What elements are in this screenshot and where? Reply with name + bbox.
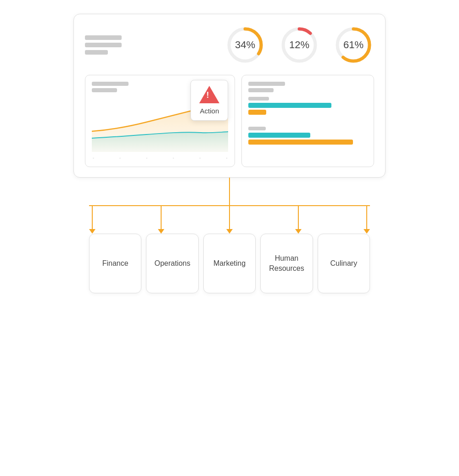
panel-title-line-2 [92, 88, 117, 92]
x-label-6: - [226, 156, 227, 160]
dept-box-operations[interactable]: Operations [146, 234, 198, 293]
gauge-2: 12% [279, 24, 320, 66]
drop-operations [158, 206, 164, 234]
bar-teal-1 [248, 103, 331, 108]
panel-right [241, 75, 374, 167]
drop-human-resources [295, 206, 302, 234]
dept-boxes-row: Finance Operations Marketing HumanResour… [89, 234, 370, 293]
drop-line-human-resources [298, 206, 299, 229]
menu-line-1 [85, 35, 122, 40]
bar-group-1 [248, 97, 367, 115]
warning-icon [199, 86, 219, 103]
drop-line-marketing [229, 206, 230, 229]
x-label-1: - [93, 156, 94, 160]
svg-text:34%: 34% [235, 39, 255, 50]
drop-line-culinary [366, 206, 367, 229]
panel-right-title-line-1 [248, 82, 285, 86]
dept-box-human-resources[interactable]: HumanResources [260, 234, 313, 293]
panel-left: Action [85, 75, 235, 167]
panel-title-line-1 [92, 82, 129, 86]
action-label: Action [200, 107, 219, 115]
drop-arrow-human-resources [295, 229, 302, 234]
svg-text:61%: 61% [343, 39, 364, 50]
dept-label-human-resources: HumanResources [265, 250, 308, 278]
menu-line-3 [85, 50, 108, 55]
bar-row-2-1 [248, 133, 367, 138]
top-row: 34% 12% 61% [85, 24, 374, 66]
drop-culinary [364, 206, 370, 234]
gauge-1: 34% [224, 24, 266, 66]
dept-label-culinary: Culinary [326, 255, 361, 272]
action-popup[interactable]: Action [190, 80, 228, 121]
drops-row [89, 206, 370, 234]
drop-line-operations [161, 206, 162, 229]
panel-right-title-line-2 [248, 88, 274, 92]
x-label-4: - [173, 156, 174, 160]
menu-line-2 [85, 43, 122, 47]
drop-line-finance [92, 206, 93, 229]
bar-gold-1 [248, 110, 266, 115]
page-container: 34% 12% 61% [0, 0, 459, 476]
menu-lines [85, 35, 122, 55]
gauges-row: 34% 12% 61% [140, 24, 374, 66]
dept-label-finance: Finance [99, 255, 132, 272]
bar-teal-2 [248, 133, 310, 138]
bar-row-2-2 [248, 140, 367, 145]
drop-arrow-culinary [364, 229, 370, 234]
drop-arrow-finance [89, 229, 95, 234]
x-label-3: - [146, 156, 147, 160]
x-label-5: - [199, 156, 201, 160]
vert-line-top [229, 178, 230, 205]
bar-row-1-2 [248, 110, 367, 115]
bar-row-1-1 [248, 103, 367, 108]
bar-gold-2 [248, 140, 353, 145]
dashboard-card: 34% 12% 61% [73, 14, 386, 178]
gauge-3: 61% [333, 24, 374, 66]
bottom-panels: Action [85, 75, 374, 167]
dept-label-marketing: Marketing [210, 255, 249, 272]
drop-marketing [226, 206, 233, 234]
dept-label-operations: Operations [151, 255, 194, 272]
drop-finance [89, 206, 95, 234]
drop-arrow-marketing [226, 229, 233, 234]
bar-label-1 [248, 97, 269, 101]
org-connector: Finance Operations Marketing HumanResour… [73, 178, 386, 293]
dept-box-finance[interactable]: Finance [89, 234, 141, 293]
bar-label-2 [248, 127, 266, 130]
panel-right-title-lines [248, 82, 367, 92]
svg-text:12%: 12% [289, 39, 309, 50]
bar-group-2 [248, 127, 367, 145]
dept-box-marketing[interactable]: Marketing [203, 234, 256, 293]
dept-box-culinary[interactable]: Culinary [318, 234, 370, 293]
chart-xaxis: - - - - - - [92, 156, 228, 160]
x-label-2: - [119, 156, 121, 160]
drop-arrow-operations [158, 229, 164, 234]
